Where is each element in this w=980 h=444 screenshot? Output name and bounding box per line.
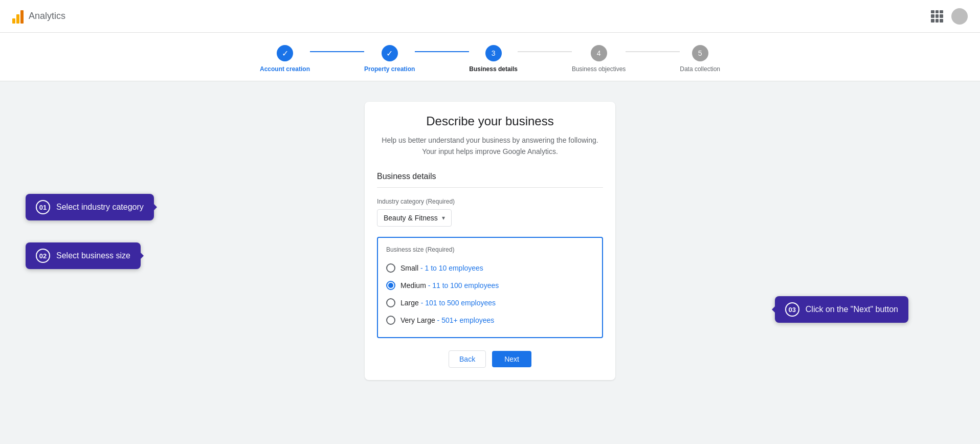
radio-option-medium[interactable]: Medium - 11 to 100 employees	[386, 277, 594, 294]
next-button[interactable]: Next	[492, 351, 531, 367]
radio-text-small: Small - 1 to 10 employees	[400, 264, 483, 272]
step-business-objectives: 4 Business objectives	[572, 45, 626, 73]
radio-text-very-large: Very Large - 501+ employees	[400, 316, 494, 324]
radio-inner-medium	[388, 283, 393, 288]
grid-dot	[936, 19, 939, 23]
logo-bar-3	[20, 10, 24, 24]
step-label-3: Business details	[469, 65, 518, 73]
subtitle-line-1: Help us better understand your business …	[382, 136, 598, 144]
step-account-creation: ✓ Account creation	[260, 45, 310, 73]
radio-circle-very-large	[386, 316, 395, 325]
grid-dot	[931, 19, 934, 23]
subtitle-line-2: Your input helps improve Google Analytic…	[422, 147, 558, 156]
step-label-1: Account creation	[260, 65, 310, 73]
step-data-collection: 5 Data collection	[680, 45, 720, 73]
step-label-2: Property creation	[364, 65, 415, 73]
step-circle-5: 5	[692, 45, 708, 61]
analytics-logo	[12, 9, 24, 24]
step-property-creation: ✓ Property creation	[364, 45, 415, 73]
annotation-1: 01 Select industry category	[26, 194, 154, 220]
radio-text-large: Large - 101 to 500 employees	[400, 299, 496, 307]
annotation-2: 02 Select business size	[26, 242, 141, 269]
business-details-card: Describe your business Help us better un…	[365, 102, 615, 380]
app-name: Analytics	[29, 11, 65, 21]
step-label-4: Business objectives	[572, 65, 626, 73]
dropdown-arrow-icon: ▾	[442, 214, 445, 221]
industry-field-label: Industry category (Required)	[377, 198, 603, 205]
annotation-number-1: 01	[36, 200, 50, 214]
radio-text-medium: Medium - 11 to 100 employees	[400, 281, 499, 290]
form-section-title: Business details	[377, 172, 603, 188]
step-number-5: 5	[698, 49, 702, 57]
page-subtitle: Help us better understand your business …	[377, 135, 603, 158]
logo-bar-1	[12, 18, 15, 24]
main-content: 01 Select industry category 02 Select bu…	[0, 81, 980, 401]
header-left: Analytics	[12, 9, 65, 24]
button-row: Back Next	[377, 350, 603, 368]
industry-selected-value: Beauty & Fitness	[384, 214, 438, 222]
annotation-text-2: Select business size	[56, 251, 130, 260]
industry-category-dropdown[interactable]: Beauty & Fitness ▾	[377, 209, 452, 227]
checkmark-icon-2: ✓	[386, 49, 393, 58]
stepper-container: ✓ Account creation ✓ Property creation 3…	[0, 33, 980, 81]
radio-circle-medium	[386, 281, 395, 290]
business-size-label: Business size (Required)	[386, 246, 594, 253]
step-connector-1	[310, 51, 364, 52]
back-button[interactable]: Back	[449, 350, 486, 368]
annotation-number-3: 03	[785, 302, 799, 317]
apps-icon[interactable]	[931, 10, 943, 23]
step-circle-1: ✓	[277, 45, 293, 61]
grid-dot	[936, 10, 939, 14]
step-connector-4	[626, 51, 680, 52]
step-connector-2	[415, 51, 469, 52]
grid-dot	[931, 10, 934, 14]
radio-option-very-large[interactable]: Very Large - 501+ employees	[386, 312, 594, 329]
annotation-3: 03 Click on the "Next" button	[775, 296, 908, 323]
grid-dot	[940, 10, 943, 14]
user-avatar[interactable]	[951, 8, 968, 25]
annotation-number-2: 02	[36, 249, 50, 263]
step-connector-3	[518, 51, 572, 52]
radio-option-small[interactable]: Small - 1 to 10 employees	[386, 259, 594, 277]
grid-dot	[936, 14, 939, 18]
grid-dot	[940, 14, 943, 18]
header-right	[931, 8, 968, 25]
step-label-5: Data collection	[680, 65, 720, 73]
radio-circle-large	[386, 298, 395, 307]
stepper: ✓ Account creation ✓ Property creation 3…	[260, 45, 720, 73]
step-number-3: 3	[492, 49, 496, 57]
logo-bar-2	[16, 14, 19, 24]
business-size-section: Business size (Required) Small - 1 to 10…	[377, 237, 603, 338]
step-circle-3: 3	[485, 45, 502, 61]
page-title: Describe your business	[377, 114, 603, 128]
radio-circle-small	[386, 263, 395, 273]
header: Analytics	[0, 0, 980, 33]
step-business-details: 3 Business details	[469, 45, 518, 73]
checkmark-icon: ✓	[282, 49, 288, 58]
grid-dot	[931, 14, 934, 18]
step-circle-2: ✓	[382, 45, 398, 61]
annotation-text-3: Click on the "Next" button	[806, 305, 898, 314]
step-circle-4: 4	[591, 45, 607, 61]
step-number-4: 4	[597, 49, 601, 57]
grid-dot	[940, 19, 943, 23]
radio-option-large[interactable]: Large - 101 to 500 employees	[386, 294, 594, 312]
annotation-text-1: Select industry category	[56, 203, 144, 212]
